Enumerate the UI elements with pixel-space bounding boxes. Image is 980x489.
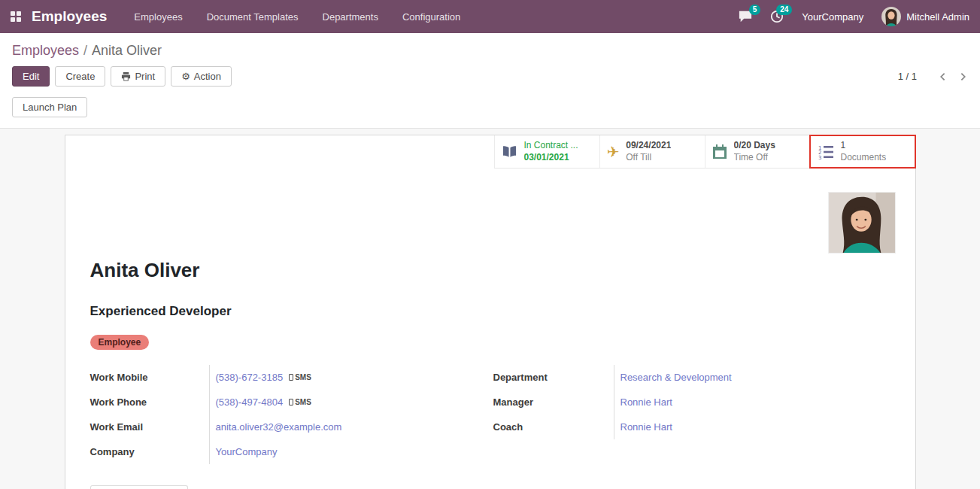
documents-label: Documents: [841, 152, 887, 164]
employee-job-title: Experienced Developer: [90, 304, 896, 319]
sms-label: SMS: [295, 398, 311, 406]
top-navbar: Employees Employees Document Templates D…: [0, 0, 980, 33]
breadcrumb-separator: /: [83, 43, 87, 58]
phone-icon: [289, 399, 293, 405]
employee-form-sheet: In Contract ... 03/01/2021 ✈ 09/24/2021 …: [65, 135, 916, 489]
sms-button[interactable]: SMS: [289, 373, 311, 381]
sms-label: SMS: [295, 373, 311, 381]
contract-date: 03/01/2021: [524, 152, 578, 164]
department-value[interactable]: Research & Development: [620, 372, 732, 383]
off-till-date: 09/24/2021: [626, 140, 671, 152]
ordered-list-icon: 1 2 3: [818, 144, 834, 159]
documents-stat-button[interactable]: 1 2 3 1 Documents: [810, 135, 915, 168]
activities-badge: 24: [776, 5, 792, 15]
phone-icon: [289, 374, 293, 381]
stat-button-row: In Contract ... 03/01/2021 ✈ 09/24/2021 …: [65, 135, 915, 169]
work-phone-value[interactable]: (538)-497-4804: [216, 396, 284, 408]
time-off-label: Time Off: [734, 152, 775, 164]
employee-fields: Work Mobile (538)-672-3185 SMS Work Phon…: [90, 365, 896, 464]
work-email-label: Work Email: [90, 421, 209, 433]
breadcrumb-employees-link[interactable]: Employees: [12, 43, 79, 58]
company-value[interactable]: YourCompany: [216, 446, 278, 457]
coach-label: Coach: [493, 421, 614, 433]
svg-text:3: 3: [818, 154, 821, 159]
documents-count: 1: [841, 140, 887, 152]
breadcrumb-current: Anita Oliver: [92, 43, 162, 58]
work-mobile-row: Work Mobile (538)-672-3185 SMS: [90, 365, 493, 390]
off-till-label: Off Till: [626, 152, 671, 164]
work-mobile-value[interactable]: (538)-672-3185: [216, 372, 284, 383]
plane-icon: ✈: [607, 144, 620, 159]
employee-name: Anita Oliver: [90, 259, 896, 282]
department-row: Department Research & Development: [493, 365, 896, 390]
user-avatar: [881, 7, 901, 26]
employee-photo[interactable]: [828, 192, 896, 254]
create-button[interactable]: Create: [55, 66, 105, 87]
menu-item-departments[interactable]: Departments: [321, 8, 380, 26]
department-label: Department: [493, 372, 614, 383]
tab-work-information[interactable]: Work Information: [90, 485, 189, 489]
form-view: In Contract ... 03/01/2021 ✈ 09/24/2021 …: [0, 129, 980, 489]
action-button[interactable]: ⚙ Action: [171, 66, 232, 87]
apps-grid-icon[interactable]: [11, 11, 21, 22]
work-phone-row: Work Phone (538)-497-4804 SMS: [90, 390, 493, 415]
print-button[interactable]: Print: [111, 66, 165, 87]
time-off-stat-button[interactable]: 0/20 Days Time Off: [705, 135, 810, 168]
manager-value[interactable]: Ronnie Hart: [620, 396, 672, 408]
launch-plan-button[interactable]: Launch Plan: [12, 97, 87, 117]
company-row: Company YourCompany: [90, 439, 493, 464]
in-contract-stat-button[interactable]: In Contract ... 03/01/2021: [494, 135, 599, 168]
pager-previous-icon[interactable]: [938, 71, 947, 82]
time-off-days: 0/20 Days: [734, 140, 775, 152]
coach-value[interactable]: Ronnie Hart: [620, 421, 672, 433]
statusbar: Launch Plan: [0, 93, 980, 129]
book-icon: [502, 144, 517, 159]
action-label: Action: [194, 71, 221, 82]
company-switcher[interactable]: YourCompany: [802, 11, 863, 23]
activities-clock-icon[interactable]: 24: [770, 10, 784, 23]
work-phone-label: Work Phone: [90, 396, 209, 408]
menu-item-employees[interactable]: Employees: [132, 8, 184, 26]
menu-item-configuration[interactable]: Configuration: [401, 8, 462, 26]
calendar-icon: [712, 144, 727, 159]
systray: 5 24 YourCompany Mitchell Admin: [739, 7, 969, 26]
messages-icon[interactable]: 5: [739, 10, 752, 23]
pager-value: 1 / 1: [898, 71, 917, 82]
menu-item-document-templates[interactable]: Document Templates: [205, 8, 300, 26]
messages-badge: 5: [749, 5, 761, 15]
print-label: Print: [135, 71, 155, 82]
control-panel: Edit Create Print ⚙ Action 1 / 1: [0, 62, 980, 93]
work-email-row: Work Email anita.oliver32@example.com: [90, 415, 493, 439]
work-email-value[interactable]: anita.oliver32@example.com: [216, 421, 342, 433]
coach-row: Coach Ronnie Hart: [493, 415, 896, 439]
printer-icon: [121, 71, 131, 81]
company-label: Company: [90, 446, 209, 457]
sms-button[interactable]: SMS: [289, 398, 311, 406]
edit-button[interactable]: Edit: [12, 66, 50, 87]
work-mobile-label: Work Mobile: [90, 372, 209, 383]
manager-label: Manager: [493, 396, 614, 408]
contract-status: In Contract ...: [524, 140, 578, 152]
user-menu[interactable]: Mitchell Admin: [881, 7, 969, 26]
gear-icon: ⚙: [181, 71, 190, 81]
pager-next-icon[interactable]: [959, 71, 968, 82]
off-till-stat-button[interactable]: ✈ 09/24/2021 Off Till: [599, 135, 705, 168]
user-name: Mitchell Admin: [906, 11, 969, 23]
pager: 1 / 1: [898, 71, 968, 82]
breadcrumb: Employees/Anita Oliver: [0, 33, 980, 62]
app-name[interactable]: Employees: [32, 8, 107, 25]
notebook-tabs: Work Information Private Information HR …: [90, 485, 896, 489]
app-menu: Employees Document Templates Departments…: [132, 8, 462, 26]
manager-row: Manager Ronnie Hart: [493, 390, 896, 415]
employee-category-tag[interactable]: Employee: [90, 335, 150, 350]
